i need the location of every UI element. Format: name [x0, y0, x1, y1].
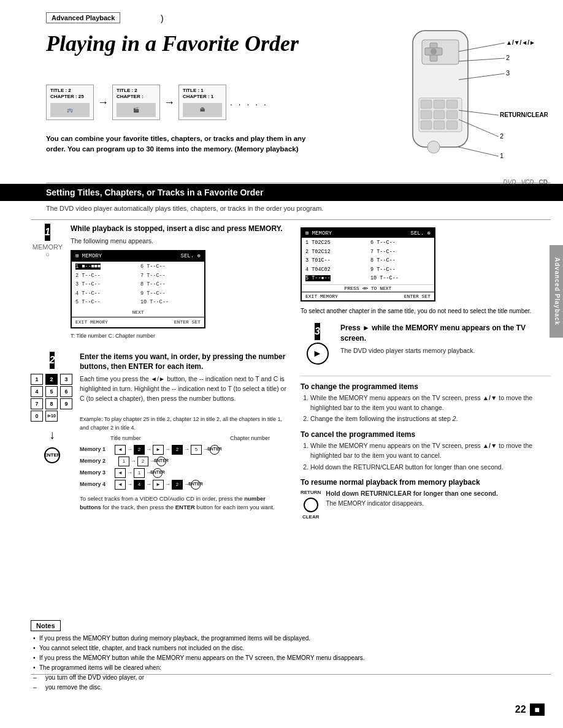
svg-rect-11	[446, 110, 458, 119]
breadcrumb-arrow: )	[161, 13, 164, 23]
btn-10: ⊳10	[45, 411, 58, 422]
memory-menu-footer: EXIT MEMORY ENTER SET	[72, 317, 204, 327]
step-2-block: 2 1 2 3 4 5 6 7 8 9 0 ⊳10 ↓	[31, 352, 288, 512]
memory-seq-2: Memory 2 1 → 2 → ENTER	[80, 457, 288, 466]
memory-seq-3: Memory 3 ◄ → 1 → ENTER	[80, 468, 288, 478]
page-title: Playing in a Favorite Order	[46, 31, 299, 56]
resume-block: RETURN CLEAR Hold down RETURN/CLEAR for …	[301, 489, 551, 521]
btn-3: 3	[60, 374, 72, 385]
svg-rect-9	[421, 110, 432, 119]
return-circle	[304, 498, 318, 512]
step-2-example: Example: To play chapter 25 in title 2, …	[80, 415, 288, 432]
memory-menu-body: 1 ■--■■■ 6 T--C-- 2 T--C-- 7 T--C-- 3 T-…	[72, 262, 204, 308]
svg-text:▲/▼/◄/►: ▲/▼/◄/►	[506, 39, 535, 46]
memory-menu-header: ⊞ MEMORY SEL. ⊕	[72, 251, 204, 262]
step-3-indicator: 3 ►	[301, 323, 334, 365]
svg-text:RETURN/CLEAR: RETURN/CLEAR	[500, 112, 548, 118]
resume-section-title: To resume normal playback from memory pl…	[301, 478, 551, 487]
svg-rect-7	[434, 100, 445, 108]
svg-text:2: 2	[500, 132, 504, 140]
step-2-title: Enter the items you want, in order, by p…	[80, 352, 288, 373]
step-1-block: 1 MEMORY○ While playback is stopped, ins…	[31, 224, 288, 341]
svg-point-15	[427, 141, 440, 153]
notes-section: Notes If you press the MEMORY button dur…	[31, 620, 551, 692]
btn-2: 2	[45, 374, 58, 385]
step-3-block: 3 ► Press ► while the MEMORY menu appear…	[301, 323, 551, 365]
svg-text:3: 3	[506, 69, 510, 77]
note-4: The programmed items will be cleared whe…	[33, 663, 551, 673]
step-1-title: While playback is stopped, insert a disc…	[71, 224, 288, 234]
memory-seq-1: Memory 1 ◄ → 2 → ► → 2 → 5 → ENTER	[80, 445, 288, 455]
btn-7: 7	[31, 398, 43, 409]
side-label: Advanced Playback	[550, 245, 563, 338]
svg-line-26	[459, 147, 499, 156]
svg-rect-8	[446, 100, 458, 108]
svg-rect-6	[421, 100, 432, 108]
enter-circle: ENTER	[44, 447, 60, 463]
diagram-box-1: TITLE : 2CHAPTER : 25 🚌	[46, 85, 94, 120]
enter-seq-3: ENTER	[153, 468, 163, 478]
step-1-body: The following menu appears. ⊞ MEMORY SEL…	[71, 237, 288, 341]
right-memory-menu: ⊞ MEMORY SEL. ⊕ 1 T02C25 6 T--C-- 2 T02C…	[301, 227, 435, 301]
left-column: 1 MEMORY○ While playback is stopped, ins…	[31, 224, 288, 523]
note-4b: you remove the disc.	[33, 683, 551, 692]
notes-list: If you press the MEMORY button during me…	[31, 634, 551, 692]
change-item-2: Change the item following the instructio…	[310, 414, 551, 424]
play-icon: ►	[307, 343, 329, 365]
note-3: If you press the MEMORY button while the…	[33, 653, 551, 663]
diagram-row: TITLE : 2CHAPTER : 25 🚌 → TITLE : 2CHAPT…	[46, 85, 268, 120]
svg-point-4	[431, 48, 437, 55]
example-labels: Title number Chapter number	[110, 434, 270, 443]
continuation-dots: . . . . .	[230, 97, 268, 107]
step-1-icon: MEMORY○	[33, 243, 63, 258]
cancel-item-2: Hold down the RETURN/CLEAR button for lo…	[310, 463, 551, 472]
enter-seq-2: ENTER	[156, 457, 166, 466]
resume-section-body: RETURN CLEAR Hold down RETURN/CLEAR for …	[301, 489, 551, 521]
svg-rect-10	[434, 110, 445, 119]
description-text: You can combine your favorite titles, ch…	[46, 134, 310, 155]
step-1-memory-menu: ⊞ MEMORY SEL. ⊕ 1 ■--■■■ 6 T--C-- 2 T--C…	[71, 250, 205, 328]
change-section-body: While the MEMORY menu appears on the TV …	[301, 393, 551, 424]
svg-text:2: 2	[506, 54, 510, 61]
memory-seq-4: Memory 4 ◄ → 4 → ► → 2 → ENTER	[80, 480, 288, 490]
svg-rect-12	[421, 121, 432, 129]
svg-rect-13	[434, 121, 445, 129]
step-2-indicator: 2 1 2 3 4 5 6 7 8 9 0 ⊳10 ↓	[31, 352, 74, 512]
cancel-section-body: While the MEMORY menu appears on the TV …	[301, 441, 551, 472]
divider-2	[31, 219, 551, 220]
btn-6: 6	[60, 386, 72, 397]
step-1-number: 1	[45, 224, 50, 241]
right-menu-header: ⊞ MEMORY SEL. ⊕	[302, 229, 434, 238]
btn-0: 0	[31, 411, 43, 422]
section-header: Setting Titles, Chapters, or Tracks in a…	[0, 184, 563, 201]
enter-seq-1: ENTER	[210, 445, 220, 455]
change-item-1: While the MEMORY menu appears on the TV …	[310, 393, 551, 413]
btn-5: 5	[45, 386, 58, 397]
btn-8: 8	[45, 398, 58, 409]
btn-4: 4	[31, 386, 43, 397]
step-1-note: T: Title number C: Chapter number	[71, 332, 288, 341]
step-3-content: Press ► while the MEMORY menu appears on…	[340, 323, 551, 365]
number-buttons: 1 2 3 4 5 6 7 8 9 0 ⊳10	[31, 374, 74, 422]
cancel-item-1: While the MEMORY menu appears on the TV …	[310, 441, 551, 461]
track-note: To select tracks from a VIDEO CD/Audio C…	[80, 495, 288, 512]
arrow-2: →	[164, 96, 175, 109]
step-2-content: Enter the items you want, in order, by p…	[80, 352, 288, 512]
enter-seq-4: ENTER	[191, 480, 201, 490]
breadcrumb: Advanced Playback	[46, 12, 120, 23]
step-3-body: The DVD video player starts memory playb…	[340, 346, 551, 356]
breadcrumb-label: Advanced Playback	[52, 14, 115, 21]
right-column: ⊞ MEMORY SEL. ⊕ 1 T02C25 6 T--C-- 2 T02C…	[301, 224, 551, 523]
right-note: To select another chapter in the same ti…	[301, 306, 551, 316]
page: Advanced Playback ) Playing in a Favorit…	[0, 0, 563, 728]
arrow-1: →	[98, 96, 109, 109]
svg-text:1: 1	[500, 152, 504, 159]
remote-diagram: ▲/▼/◄/► 2 3 RETURN/CLEAR 2 1 DVD VCD	[364, 25, 554, 173]
right-menu-footer: EXIT MEMORY ENTER SET	[302, 292, 434, 300]
diagram-box-3: TITLE : 1CHAPTER : 1 🏔	[178, 85, 226, 120]
sub-description: The DVD video player automatically plays…	[46, 205, 323, 212]
step-2-body: Each time you press the ◄/► button, the …	[80, 374, 288, 512]
down-arrow-icon: ↓	[49, 428, 55, 442]
note-1: If you press the MEMORY button during me…	[33, 634, 551, 643]
cancel-section-title: To cancel the programmed items	[301, 430, 551, 439]
